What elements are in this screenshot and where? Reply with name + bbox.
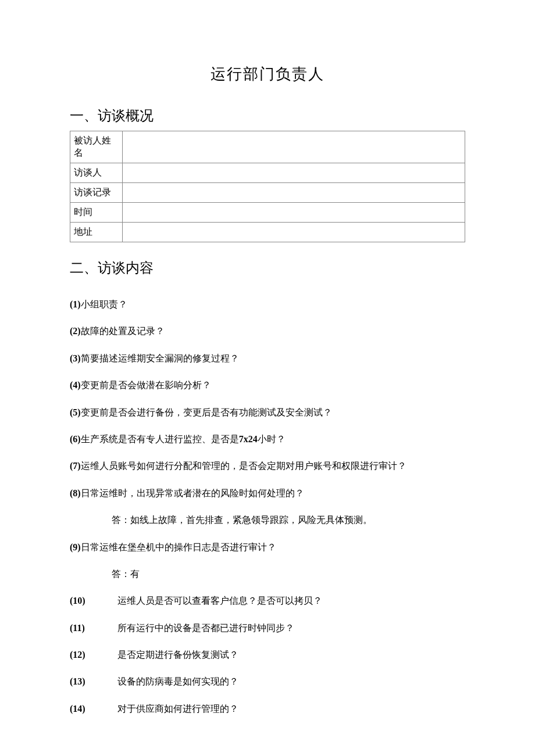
- question-text: 运维人员是否可以查看客户信息？是否可以拷贝？: [117, 594, 322, 607]
- table-label: 地址: [70, 223, 123, 242]
- table-value: [123, 203, 465, 223]
- table-row: 被访人姓名: [70, 131, 465, 163]
- question-text: 变更前是否会进行备份，变更后是否有功能测试及安全测试？: [81, 407, 332, 417]
- question-number: (11): [70, 622, 117, 635]
- interview-overview-table: 被访人姓名 访谈人 访谈记录 时间 地址: [70, 131, 465, 242]
- question-14: (14) 对于供应商如何进行管理的？: [70, 703, 465, 715]
- answer-8: 答：如线上故障，首先排查，紧急领导跟踪，风险无具体预测。: [112, 514, 465, 526]
- question-number: (10): [70, 594, 117, 607]
- question-text: 运维人员账号如何进行分配和管理的，是否会定期对用户账号和权限进行审计？: [81, 461, 406, 471]
- question-number: (8): [70, 488, 81, 498]
- question-text: 设备的防病毒是如何实现的？: [117, 675, 238, 688]
- question-12: (12) 是否定期进行备份恢复测试？: [70, 648, 465, 661]
- table-value: [123, 183, 465, 203]
- question-text: 小组职责？: [81, 299, 127, 309]
- table-row: 时间: [70, 203, 465, 223]
- question-7: (7)运维人员账号如何进行分配和管理的，是否会定期对用户账号和权限进行审计？: [70, 460, 465, 472]
- answer-9: 答：有: [112, 568, 465, 581]
- table-row: 地址: [70, 223, 465, 242]
- question-text-bold: 7x24: [239, 434, 258, 444]
- question-number: (2): [70, 326, 81, 336]
- question-2: (2)故障的处置及记录？: [70, 325, 465, 338]
- question-10: (10) 运维人员是否可以查看客户信息？是否可以拷贝？: [70, 594, 465, 607]
- question-1: (1)小组职责？: [70, 298, 465, 311]
- table-value: [123, 131, 465, 163]
- table-label: 访谈记录: [70, 183, 123, 203]
- question-text: 生产系统是否有专人进行监控、是否是: [81, 434, 239, 444]
- section-2-heading: 二、访谈内容: [70, 259, 465, 277]
- question-3: (3)简要描述运维期安全漏洞的修复过程？: [70, 352, 465, 365]
- table-label: 时间: [70, 203, 123, 223]
- question-text: 日常运维时，出现异常或者潜在的风险时如何处理的？: [81, 488, 304, 498]
- table-row: 访谈记录: [70, 183, 465, 203]
- question-5: (5)变更前是否会进行备份，变更后是否有功能测试及安全测试？: [70, 406, 465, 419]
- question-13: (13) 设备的防病毒是如何实现的？: [70, 675, 465, 688]
- question-text: 所有运行中的设备是否都已进行时钟同步？: [117, 622, 294, 635]
- question-number: (7): [70, 461, 81, 471]
- question-8: (8)日常运维时，出现异常或者潜在的风险时如何处理的？: [70, 487, 465, 500]
- table-value: [123, 163, 465, 183]
- question-number: (1): [70, 299, 81, 309]
- question-text: 对于供应商如何进行管理的？: [117, 703, 238, 715]
- question-text: 变更前是否会做潜在影响分析？: [81, 380, 211, 390]
- question-text: 简要描述运维期安全漏洞的修复过程？: [81, 353, 239, 363]
- question-number: (4): [70, 380, 81, 390]
- question-text: 小时？: [258, 434, 286, 444]
- document-title: 运行部门负责人: [70, 64, 465, 84]
- table-value: [123, 223, 465, 242]
- table-label: 访谈人: [70, 163, 123, 183]
- question-list: (1)小组职责？ (2)故障的处置及记录？ (3)简要描述运维期安全漏洞的修复过…: [70, 298, 465, 715]
- question-number: (5): [70, 407, 81, 417]
- question-number: (9): [70, 542, 81, 552]
- question-number: (14): [70, 703, 117, 715]
- question-number: (3): [70, 353, 81, 363]
- table-row: 访谈人: [70, 163, 465, 183]
- question-6: (6)生产系统是否有专人进行监控、是否是7x24小时？: [70, 433, 465, 446]
- question-11: (11) 所有运行中的设备是否都已进行时钟同步？: [70, 622, 465, 635]
- table-label: 被访人姓名: [70, 131, 123, 163]
- section-1-heading: 一、访谈概况: [70, 106, 465, 125]
- question-9: (9)日常运维在堡垒机中的操作日志是否进行审计？: [70, 541, 465, 554]
- question-text: 日常运维在堡垒机中的操作日志是否进行审计？: [81, 542, 276, 552]
- question-number: (13): [70, 675, 117, 688]
- question-4: (4)变更前是否会做潜在影响分析？: [70, 379, 465, 392]
- question-text: 故障的处置及记录？: [81, 326, 165, 336]
- question-text: 是否定期进行备份恢复测试？: [117, 648, 238, 661]
- question-number: (6): [70, 434, 81, 444]
- question-number: (12): [70, 648, 117, 661]
